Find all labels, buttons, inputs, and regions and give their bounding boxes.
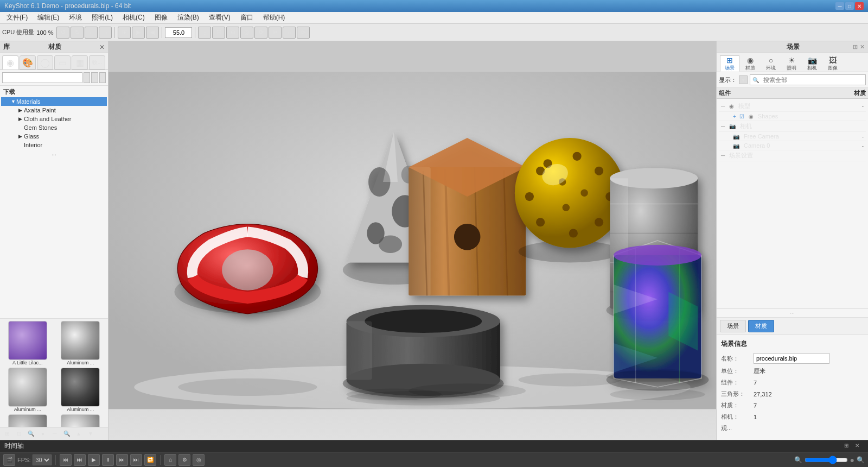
tb-btn2[interactable]: ⊡ [212,27,225,39]
menu-help[interactable]: 帮助(H) [259,12,290,23]
bot-tab-material[interactable]: 材质 [748,320,774,332]
fps-select[interactable]: 30 24 25 60 [33,455,52,465]
svg-point-45 [365,310,482,333]
rp-tab-lighting[interactable]: ☀ 照明 [782,55,801,72]
search-minus-btn[interactable]: - [91,72,98,83]
thumb-alum5[interactable]: Aluminum ... [55,414,106,427]
rp-tab-image[interactable]: 🖼 图像 [823,55,843,72]
tl-close-btn[interactable]: ✕ [855,443,864,450]
st-row-camera0[interactable]: 📷 Camera 0 - [719,141,866,150]
tree-more[interactable]: ... [1,149,107,157]
tl-skip-end[interactable]: ⏭ [130,454,142,466]
lb-btn8[interactable]: ▼ [86,429,95,439]
tree-item-materials[interactable]: ▼ Materials [1,97,107,106]
tl-pause-btn[interactable]: ⏸ [102,454,114,466]
st-row-shapes[interactable]: + ☑ ◉ Shapes [719,112,866,121]
menu-file[interactable]: 文件(F) [2,12,32,23]
tree-item-gems[interactable]: Gem Stones [1,123,107,132]
refresh2-btn[interactable]: ↻ [71,27,84,39]
tab-texture[interactable]: ▦ [72,55,88,70]
rp-search-input[interactable] [761,74,863,85]
tab-env[interactable]: ◯ [37,55,53,70]
tb-btn4[interactable]: ◎ [240,27,253,39]
tl-animation-btn[interactable]: 🎬 [3,454,15,466]
panel-close-btn[interactable]: ✕ [99,43,105,51]
fps-input[interactable]: 55.0 [165,27,192,38]
si-name-input[interactable] [754,353,829,364]
tree-item-glass[interactable]: ▶ Glass [1,132,107,141]
tb-btn3[interactable]: ⊕ [226,27,239,39]
tl-skip-start[interactable]: ⏮ [60,454,72,466]
lb-btn6[interactable]: 🔍 [62,429,72,439]
tb-btn8[interactable]: ⊳ [297,27,310,39]
tl-zoom-slider[interactable] [805,456,848,464]
menu-view[interactable]: 查看(V) [205,12,235,23]
thumb-alum4[interactable]: Aluminum ... [2,414,53,427]
back-btn[interactable]: ← [85,27,98,39]
rp-close1[interactable]: ⊞ [853,43,858,51]
tb-btn5[interactable]: ⟳ [254,27,267,39]
display-toggle[interactable]: ▼ [739,75,748,84]
tb-btn7[interactable]: ↔ [283,27,296,39]
tab-color[interactable]: 🎨 [20,55,36,70]
search-refresh-btn[interactable]: ↺ [99,72,106,83]
tl-skip-prev[interactable]: ⏭ [74,454,86,466]
tree-item-axalta[interactable]: ▶ Axalta Paint [1,106,107,115]
close-button[interactable]: ✕ [855,2,864,10]
st-row-scene-settings[interactable]: ─ 场景设置 [719,150,866,161]
lb-btn4[interactable]: ● [38,429,48,439]
lb-btn1[interactable]: ⊞ [2,429,12,439]
menu-window[interactable]: 窗口 [236,12,258,23]
rp-tab-material[interactable]: ◉ 材质 [741,55,760,72]
maximize-button[interactable]: □ [845,2,854,10]
tl-keyframe-btn[interactable]: ⌂ [164,454,176,466]
st-row-model[interactable]: ─ ◉ 模型 - [719,101,866,112]
lb-btn3[interactable]: 🔍 [26,429,36,439]
tl-play-btn[interactable]: ▶ [88,454,100,466]
thumb-alum2[interactable]: Aluminum ... [2,368,53,412]
si-cam-row: 相机： 1 [721,413,864,421]
menu-camera[interactable]: 相机(C) [118,12,149,23]
tl-expand-btn[interactable]: ⊞ [844,443,853,450]
forward-btn[interactable]: → [99,27,112,39]
minimize-button[interactable]: ─ [835,2,844,10]
thumb-alum1[interactable]: Aluminum ... [55,321,106,365]
tl-skip-next[interactable]: ⏭ [116,454,128,466]
left-btn[interactable]: ◀ [146,27,159,39]
rp-tab-env[interactable]: ○ 环境 [761,55,781,72]
st-row-free-camera[interactable]: 📷 Free Camera - [719,132,866,141]
viewport[interactable] [108,41,716,440]
thumb-lilac[interactable]: A Little Lilac... [2,321,53,365]
tab-bg[interactable]: ▭ [54,55,71,70]
lb-btn2[interactable]: ⊡ [14,429,24,439]
tb-btn1[interactable]: ↕ [198,27,211,39]
tb-btn6[interactable]: ✂ [269,27,282,39]
render-btn[interactable]: ▶ [132,27,145,39]
tree-section-label: 下载 [1,87,107,97]
search-add-btn[interactable]: + [84,72,90,83]
tl-settings-btn[interactable]: ⚙ [178,454,190,466]
refresh-btn[interactable]: ↺ [56,27,69,39]
rp-tab-camera[interactable]: 📷 相机 [802,55,822,72]
tl-loop-btn[interactable]: 🔁 [144,454,156,466]
menu-edit[interactable]: 编辑(E) [33,12,63,23]
menu-render[interactable]: 渲染(B) [173,12,203,23]
st-row-camera[interactable]: ─ 📷 相机 [719,121,866,132]
lb-btn7[interactable]: ▲ [74,429,84,439]
tl-camera-anim-btn[interactable]: ◎ [193,454,205,466]
lb-btn5[interactable]: ─ [50,429,60,439]
tab-more[interactable]: 收... [89,55,105,70]
menu-image[interactable]: 图像 [150,12,172,23]
menu-env[interactable]: 环境 [65,12,86,23]
bot-tab-scene[interactable]: 场景 [720,320,746,332]
rp-tab-scene[interactable]: ⊞ 场景 [720,55,739,72]
search-input[interactable] [2,72,82,83]
menu-lighting[interactable]: 照明(L) [87,12,117,23]
tree-item-cloth[interactable]: ▶ Cloth and Leather [1,115,107,123]
tree-item-interior[interactable]: Interior [1,141,107,149]
tab-material[interactable]: ◉ [2,55,18,70]
rp-close2[interactable]: ✕ [860,43,865,51]
thumb-alum3[interactable]: Aluminum ... [55,368,106,412]
grid-btn[interactable]: ⊞ [118,27,131,39]
scene-background [108,41,716,440]
